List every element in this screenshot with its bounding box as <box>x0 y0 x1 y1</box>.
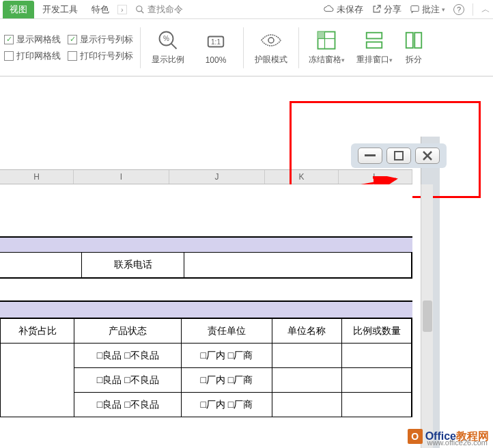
minimize-button[interactable] <box>358 148 382 164</box>
restore-button[interactable] <box>386 148 411 164</box>
tab-view[interactable]: 视图 <box>3 1 34 18</box>
contact-row: 联系电话 <box>0 253 412 279</box>
status-cell[interactable]: □良品 □不良品 <box>74 344 182 368</box>
split-button[interactable]: 拆分 <box>402 29 426 66</box>
svg-rect-10 <box>318 32 325 39</box>
tab-special[interactable]: 特色 <box>86 1 115 18</box>
column-headers: H I J K L <box>0 169 412 184</box>
restore-icon <box>394 151 404 160</box>
col-header[interactable]: I <box>74 170 169 184</box>
headers-group: ✓ 显示行号列标 打印行号列标 <box>68 33 133 62</box>
zoom-icon: % <box>157 29 179 51</box>
share-button[interactable]: 分享 <box>371 3 402 16</box>
table-row: □良品 □不良品 □厂内 □厂商 <box>1 344 412 368</box>
cell[interactable] <box>342 344 412 368</box>
share-icon <box>371 4 382 14</box>
help-icon[interactable]: ? <box>453 4 464 15</box>
chevron-down-icon: ▾ <box>442 6 445 13</box>
checkbox-checked-icon: ✓ <box>68 35 77 44</box>
separator <box>298 27 299 68</box>
col-header[interactable]: K <box>265 170 339 184</box>
hundred-percent-button[interactable]: 1:1 100% <box>195 31 236 65</box>
chevron-right-icon[interactable]: › <box>117 5 127 14</box>
collapse-ribbon-icon[interactable]: ︿ <box>481 3 490 16</box>
th-ratio-qty[interactable]: 比例或数量 <box>342 319 412 344</box>
print-gridlines-checkbox[interactable]: 打印网格线 <box>4 50 61 62</box>
vertical-scrollbar[interactable] <box>421 184 433 448</box>
svg-rect-15 <box>406 33 413 48</box>
svg-line-1 <box>141 10 143 13</box>
split-icon <box>403 29 425 51</box>
eye-mode-button[interactable]: 护眼模式 <box>251 29 292 66</box>
cell[interactable] <box>184 253 412 277</box>
cell[interactable] <box>1 344 74 417</box>
svg-rect-17 <box>365 154 376 156</box>
svg-rect-18 <box>395 152 403 160</box>
freeze-icon <box>315 29 337 51</box>
svg-rect-14 <box>367 42 382 48</box>
svg-line-4 <box>171 44 177 49</box>
resp-cell[interactable]: □厂内 □厂商 <box>182 344 272 368</box>
spreadsheet-area[interactable]: 联系电话 补货占比 产品状态 责任单位 单位名称 比例或数量 □良品 □不良品 … <box>0 184 412 448</box>
checkbox-checked-icon: ✓ <box>4 35 14 44</box>
cell[interactable] <box>272 393 341 417</box>
svg-point-0 <box>136 5 141 11</box>
comments-button[interactable]: 批注 ▾ <box>410 3 445 16</box>
svg-rect-2 <box>411 6 419 12</box>
scrollbar-thumb[interactable] <box>423 300 432 332</box>
cell[interactable] <box>272 344 341 368</box>
gridlines-group: ✓ 显示网格线 打印网格线 <box>4 33 61 62</box>
resp-cell[interactable]: □厂内 □厂商 <box>182 368 272 393</box>
ribbon-tabs: 视图 开发工具 特色 › 查找命令 未保存 分享 批注 ▾ ? ︿ <box>0 0 493 19</box>
freeze-panes-button[interactable]: 冻结窗格▾ <box>306 29 347 66</box>
command-search[interactable]: 查找命令 <box>135 3 183 16</box>
eye-icon <box>260 29 282 51</box>
resp-cell[interactable]: □厂内 □厂商 <box>182 393 272 417</box>
unsaved-status[interactable]: 未保存 <box>324 3 363 16</box>
print-headers-checkbox[interactable]: 打印行号列标 <box>68 50 133 62</box>
separator <box>473 3 473 16</box>
data-table: 补货占比 产品状态 责任单位 单位名称 比例或数量 □良品 □不良品 □厂内 □… <box>0 318 412 417</box>
close-button[interactable] <box>415 148 440 164</box>
search-icon <box>135 5 145 14</box>
zoom-button[interactable]: % 显示比例 <box>147 29 188 66</box>
checkbox-empty-icon <box>68 51 77 61</box>
status-cell[interactable]: □良品 □不良品 <box>74 368 182 393</box>
cell[interactable] <box>0 253 82 277</box>
checkbox-empty-icon <box>4 51 14 61</box>
cell[interactable] <box>342 368 412 393</box>
search-placeholder: 查找命令 <box>147 3 183 16</box>
show-headers-checkbox[interactable]: ✓ 显示行号列标 <box>68 33 133 46</box>
cell[interactable] <box>342 393 412 417</box>
col-header[interactable]: L <box>339 170 412 184</box>
col-header[interactable]: J <box>169 170 265 184</box>
col-header[interactable]: H <box>0 170 74 184</box>
show-gridlines-checkbox[interactable]: ✓ 显示网格线 <box>4 33 61 46</box>
close-icon <box>423 151 432 160</box>
ratio-icon: 1:1 <box>205 31 227 53</box>
tab-dev-tools[interactable]: 开发工具 <box>37 1 83 18</box>
workbook-window-controls <box>351 143 447 168</box>
svg-rect-13 <box>367 33 382 39</box>
th-replenish-ratio[interactable]: 补货占比 <box>1 319 74 344</box>
comment-icon <box>410 4 420 14</box>
svg-point-8 <box>268 38 274 43</box>
watermark-url: www.office26.com <box>427 438 488 447</box>
status-cell[interactable]: □良品 □不良品 <box>74 393 182 417</box>
cell[interactable] <box>272 368 341 393</box>
th-responsible-unit[interactable]: 责任单位 <box>182 319 272 344</box>
cloud-icon <box>324 4 335 15</box>
section-band <box>0 236 412 253</box>
svg-text:%: % <box>163 35 169 42</box>
table-header-row: 补货占比 产品状态 责任单位 单位名称 比例或数量 <box>1 319 412 344</box>
section-band <box>0 300 412 318</box>
svg-text:1:1: 1:1 <box>211 38 221 45</box>
arrange-windows-button[interactable]: 重排窗口▾ <box>354 29 395 66</box>
th-product-status[interactable]: 产品状态 <box>74 319 182 344</box>
svg-rect-16 <box>414 33 421 48</box>
minimize-icon <box>365 154 376 157</box>
separator <box>243 27 244 68</box>
office-logo-icon: O <box>408 429 423 444</box>
contact-label-cell[interactable]: 联系电话 <box>82 253 184 277</box>
th-unit-name[interactable]: 单位名称 <box>272 319 341 344</box>
